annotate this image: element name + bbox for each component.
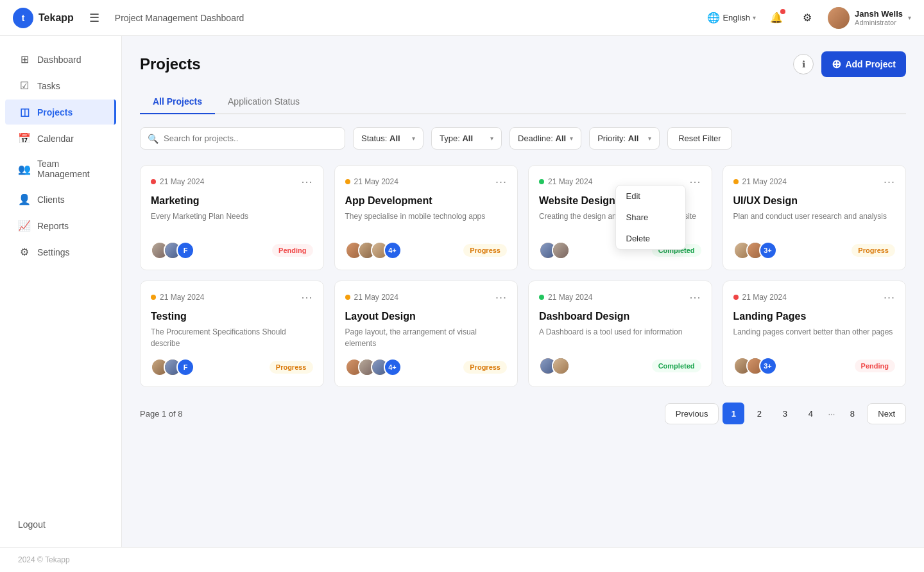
card-footer: 4+ Progress — [345, 358, 508, 376]
sidebar-label-calendar: Calendar — [37, 134, 74, 144]
status-chevron: ▾ — [412, 135, 415, 142]
logo-name: Tekapp — [38, 12, 74, 24]
projects-grid: 21 May 2024 ··· Marketing Every Marketin… — [140, 165, 906, 387]
sidebar-label-projects: Projects — [37, 107, 73, 117]
tasks-icon: ☑ — [18, 80, 31, 92]
avatar-count: 4+ — [384, 241, 402, 259]
sidebar-item-reports[interactable]: 📈 Reports — [5, 213, 116, 238]
sidebar-item-calendar[interactable]: 📅 Calendar — [5, 126, 116, 151]
sidebar-item-tasks[interactable]: ☑ Tasks — [5, 73, 116, 98]
language-label: English — [723, 13, 750, 22]
avatar — [552, 241, 570, 259]
sidebar-label-dashboard: Dashboard — [37, 55, 81, 65]
card-footer: Completed — [539, 357, 701, 375]
sidebar-label-tasks: Tasks — [37, 81, 60, 91]
sidebar-item-dashboard[interactable]: ⊞ Dashboard — [5, 47, 116, 72]
sidebar-item-team[interactable]: 👥 Team Management — [5, 152, 116, 186]
user-details: Jansh Wells Administrator — [855, 9, 903, 26]
context-menu-share[interactable]: Share — [616, 207, 685, 228]
reset-filter-button[interactable]: Reset Filter — [667, 127, 732, 150]
card-more-button[interactable]: ··· — [689, 291, 701, 303]
previous-button[interactable]: Previous — [665, 403, 719, 424]
card-more-button[interactable]: ··· — [884, 291, 895, 303]
card-avatars — [539, 241, 570, 259]
project-card-landing-pages: 21 May 2024 ··· Landing Pages Landing pa… — [723, 281, 907, 387]
nav-title: Project Management Dashboard — [115, 13, 244, 23]
card-more-button[interactable]: ··· — [689, 176, 701, 187]
card-date: 21 May 2024 — [345, 293, 398, 302]
page-number-2[interactable]: 2 — [748, 403, 770, 424]
card-footer: 3+ Pending — [733, 357, 896, 375]
notifications-button[interactable]: 🔔 — [766, 8, 787, 28]
priority-filter[interactable]: Priority: All ▾ — [589, 127, 660, 150]
sidebar-label-team: Team Management — [37, 159, 103, 179]
project-card-testing: 21 May 2024 ··· Testing The Procurement … — [140, 281, 324, 387]
navbar: t Tekapp ☰ Project Management Dashboard … — [0, 0, 924, 36]
card-more-button[interactable]: ··· — [884, 176, 895, 187]
project-card-layout-design: 21 May 2024 ··· Layout Design Page layou… — [334, 281, 518, 387]
user-name: Jansh Wells — [855, 9, 903, 19]
sidebar-label-clients: Clients — [37, 195, 65, 205]
globe-icon: 🌐 — [707, 12, 720, 24]
card-desc: The Procurement Specifications Should de… — [151, 326, 313, 349]
card-more-button[interactable]: ··· — [495, 291, 507, 303]
status-badge: Completed — [652, 360, 701, 372]
avatar-count: 4+ — [384, 358, 402, 376]
page-number-4[interactable]: 4 — [800, 403, 821, 424]
type-filter[interactable]: Type: All ▾ — [431, 127, 502, 150]
logo[interactable]: t Tekapp — [13, 8, 74, 28]
card-more-button[interactable]: ··· — [301, 176, 312, 187]
card-desc: Landing pages convert better than other … — [733, 326, 896, 348]
sidebar-item-clients[interactable]: 👤 Clients — [5, 187, 116, 212]
avatar — [552, 357, 570, 375]
next-button[interactable]: Next — [867, 403, 906, 424]
project-card-dashboard-design: 21 May 2024 ··· Dashboard Design A Dashb… — [528, 281, 712, 387]
page-number-1[interactable]: 1 — [723, 403, 744, 424]
sidebar-item-settings[interactable]: ⚙ Settings — [5, 239, 116, 264]
card-more-button[interactable]: ··· — [495, 176, 507, 187]
clients-icon: 👤 — [18, 193, 31, 205]
sidebar: ⊞ Dashboard ☑ Tasks ◫ Projects 📅 Calenda… — [0, 36, 122, 547]
status-dot-green — [539, 295, 544, 300]
card-avatars: 3+ — [733, 241, 777, 259]
info-button[interactable]: ℹ — [793, 54, 814, 74]
language-selector[interactable]: 🌐 English ▾ — [707, 12, 756, 24]
card-title: UI/UX Design — [733, 195, 896, 207]
card-title: Testing — [151, 311, 313, 322]
hamburger-icon[interactable]: ☰ — [89, 11, 99, 25]
card-footer: 3+ Progress — [733, 241, 896, 259]
status-filter-label: Status: All — [361, 134, 400, 143]
card-desc: Plan and conduct user research and analy… — [733, 211, 896, 232]
page-number-8[interactable]: 8 — [841, 403, 863, 424]
plus-icon: ⊕ — [832, 57, 841, 71]
status-badge: Pending — [272, 244, 312, 257]
card-header: 21 May 2024 ··· — [151, 176, 313, 187]
context-menu-edit[interactable]: Edit — [616, 186, 685, 207]
card-avatars — [539, 357, 570, 375]
status-filter[interactable]: Status: All ▾ — [353, 127, 424, 150]
sidebar-label-reports: Reports — [37, 221, 69, 231]
deadline-filter[interactable]: Deadline: All ▾ — [509, 127, 581, 150]
context-menu-delete[interactable]: Delete — [616, 228, 685, 249]
user-info[interactable]: Jansh Wells Administrator ▾ — [828, 7, 911, 29]
tab-application-status[interactable]: Application Status — [215, 90, 312, 114]
card-desc: They specialise in mobile technolog apps — [345, 211, 508, 232]
card-title: Dashboard Design — [539, 311, 701, 322]
tabs: All Projects Application Status — [140, 90, 906, 114]
search-input[interactable] — [140, 127, 345, 150]
card-more-button[interactable]: ··· — [301, 291, 312, 303]
logout-button[interactable]: Logout — [5, 513, 116, 536]
status-badge: Progress — [270, 361, 313, 374]
tab-all-projects[interactable]: All Projects — [140, 90, 215, 114]
add-project-label: Add Project — [845, 59, 896, 69]
add-project-button[interactable]: ⊕ Add Project — [821, 51, 906, 77]
priority-filter-label: Priority: All — [597, 134, 638, 143]
page-number-3[interactable]: 3 — [774, 403, 796, 424]
settings-button[interactable]: ⚙ — [797, 8, 817, 28]
status-dot-yellow — [345, 295, 350, 300]
card-header: 21 May 2024 ··· — [345, 176, 508, 187]
sidebar-item-projects[interactable]: ◫ Projects — [5, 100, 116, 125]
card-title: App Development — [345, 195, 508, 207]
card-date: 21 May 2024 — [151, 293, 204, 302]
card-date: 21 May 2024 — [733, 293, 787, 302]
